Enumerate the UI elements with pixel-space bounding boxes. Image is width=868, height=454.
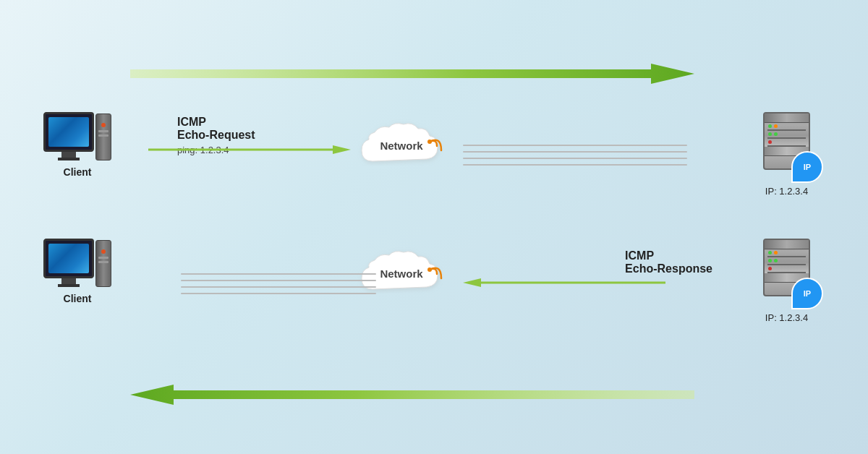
diagram-container: Client Client <box>0 0 868 454</box>
svg-marker-0 <box>130 64 694 84</box>
green-arrow-response <box>463 277 665 288</box>
server-top: IP IP: 1.2.3.4 <box>763 112 810 197</box>
ip-badge-top: IP <box>791 151 823 183</box>
server-top-label: IP: 1.2.3.4 <box>765 186 808 197</box>
cloud-bottom-label: Network <box>380 267 422 279</box>
gray-lines-bottom <box>181 273 376 294</box>
gray-lines-top <box>463 145 687 166</box>
client-bottom-label: Client <box>64 293 92 304</box>
cloud-top-label: Network <box>380 139 422 151</box>
big-arrow-left <box>130 385 694 405</box>
computer-group-bottom <box>43 239 111 287</box>
monitor-bottom <box>43 239 94 278</box>
big-arrow-right <box>130 64 694 84</box>
tower-top <box>95 113 111 160</box>
icmp-response-label: ICMP Echo-Response <box>625 249 712 275</box>
icmp-request-subtitle: Echo-Request <box>177 129 255 142</box>
icmp-response-title: ICMP <box>625 249 712 262</box>
svg-marker-7 <box>463 278 481 287</box>
computer-group-top <box>43 112 111 160</box>
green-arrow-request <box>148 144 351 155</box>
svg-point-3 <box>427 267 432 272</box>
icmp-request-title: ICMP <box>177 116 255 129</box>
icmp-response-subtitle: Echo-Response <box>625 262 712 275</box>
client-top: Client <box>43 112 111 178</box>
cloud-shape-top: Network <box>354 114 448 176</box>
svg-marker-1 <box>130 385 694 405</box>
svg-marker-5 <box>333 145 351 154</box>
ip-badge-bottom: IP <box>791 278 823 309</box>
monitor-top <box>43 112 94 152</box>
server-bottom: IP IP: 1.2.3.4 <box>763 239 810 323</box>
cloud-top: Network <box>354 114 448 176</box>
client-bottom: Client <box>43 239 111 304</box>
tower-bottom <box>95 240 111 287</box>
svg-point-2 <box>427 140 432 144</box>
server-bottom-label: IP: 1.2.3.4 <box>765 312 808 323</box>
client-top-label: Client <box>64 166 92 178</box>
